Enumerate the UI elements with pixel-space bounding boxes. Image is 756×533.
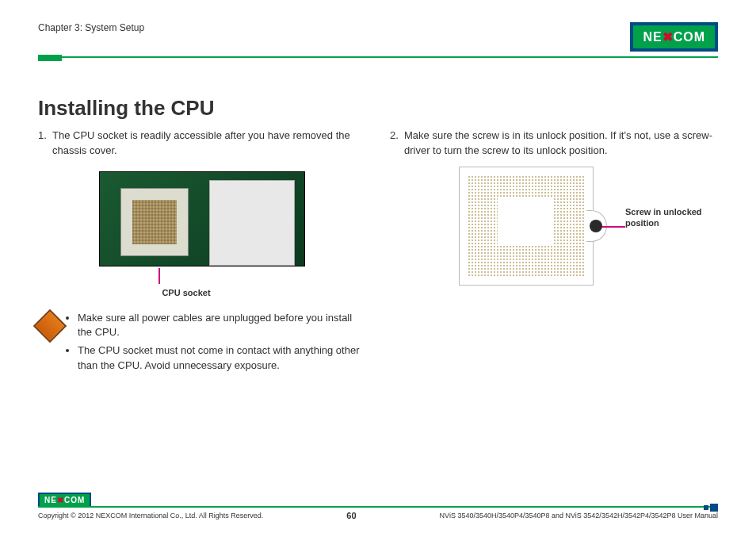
footer-manual: NViS 3540/3540H/3540P4/3540P8 and NViS 3… <box>440 512 718 520</box>
right-column: 2. Make sure the screw is in its unlock … <box>390 128 718 377</box>
cpu-board-image <box>99 171 305 266</box>
page-title: Installing the CPU <box>38 96 718 121</box>
cpu-socket-caption: CPU socket <box>6 287 366 300</box>
socket-diagram: Screw in unlocked position <box>459 167 649 286</box>
step-text-1: The CPU socket is readily accessible aft… <box>52 128 366 159</box>
chapter-label: Chapter 3: System Setup <box>38 22 144 33</box>
footer: NE✖COM Copyright © 2012 NEXCOM Internati… <box>38 492 718 520</box>
footer-copyright: Copyright © 2012 NEXCOM International Co… <box>38 512 263 520</box>
step-number-2: 2. <box>390 128 404 159</box>
left-column: 1. The CPU socket is readily accessible … <box>38 128 366 377</box>
header-rule <box>38 56 718 58</box>
step-text-2: Make sure the screw is in its unlock pos… <box>404 128 718 159</box>
caution-item: Make sure all power cables are unplugged… <box>78 311 366 341</box>
caution-item: The CPU socket must not come in contact … <box>78 343 366 374</box>
screw-label: Screw in unlocked position <box>625 206 712 229</box>
caution-list: Make sure all power cables are unplugged… <box>78 311 366 377</box>
caution-icon <box>33 309 67 342</box>
step-number-1: 1. <box>38 128 52 159</box>
page-number: 60 <box>346 511 356 520</box>
logo-top: NE✖COM <box>630 22 718 52</box>
screw-icon <box>590 220 602 232</box>
